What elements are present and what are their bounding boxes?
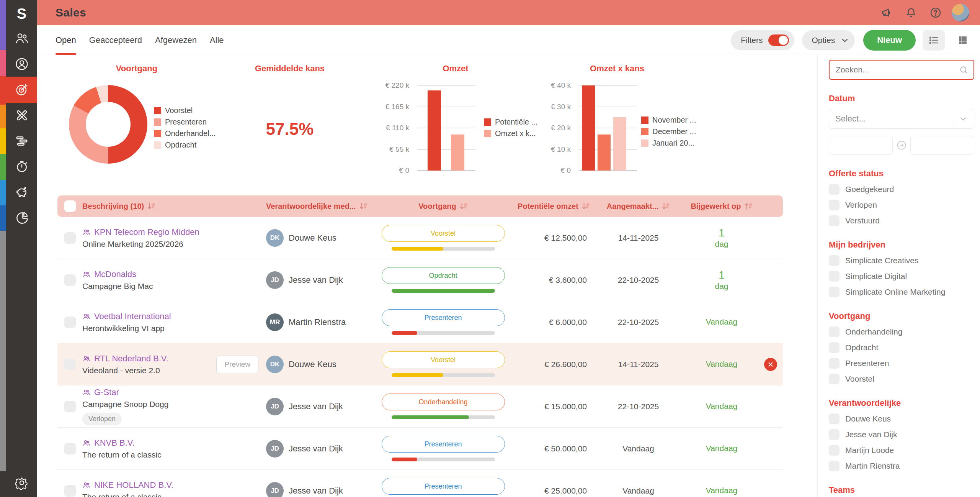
status-pill[interactable]: Opdracht xyxy=(382,267,505,284)
description-text: G-StarCampagne Snoop DoggVerlopen xyxy=(82,387,168,425)
filters-toggle-switch[interactable] xyxy=(768,34,789,46)
column-header-potenti-le-omzet[interactable]: Potentiële omzet xyxy=(509,202,591,211)
filter-item-presenteren[interactable]: Presenteren xyxy=(829,358,974,369)
progress-fill xyxy=(392,415,469,419)
company-link[interactable]: RTL Nederland B.V. xyxy=(94,354,168,364)
company-link[interactable]: NIKE HOLLAND B.V. xyxy=(94,480,173,490)
filter-item-jesse-van-dijk[interactable]: Jesse van Dijk xyxy=(829,429,974,440)
grid-view-button[interactable] xyxy=(952,30,974,51)
filter-checkbox-verstuurd[interactable] xyxy=(829,215,840,226)
table-row[interactable]: RTL Nederland B.V.Videoland - versie 2.0… xyxy=(57,343,783,385)
filter-checkbox-goedgekeurd[interactable] xyxy=(829,184,840,195)
column-header-beschrijving-10[interactable]: Beschrijving (10) xyxy=(82,202,266,211)
simplicate-logo[interactable]: S xyxy=(6,3,37,25)
filters-toggle-button[interactable]: Filters xyxy=(731,30,794,50)
filter-item-simplicate-creatives[interactable]: Simplicate Creatives xyxy=(829,255,974,266)
filter-checkbox-martin-rienstra[interactable] xyxy=(829,461,840,471)
settings-gear-icon[interactable] xyxy=(6,472,37,494)
status-pill[interactable]: Voorstel xyxy=(382,225,505,242)
filter-item-goedgekeurd[interactable]: Goedgekeurd xyxy=(829,184,974,195)
filter-checkbox-martijn-loode[interactable] xyxy=(829,445,840,456)
filter-checkbox-opdracht[interactable] xyxy=(829,342,840,353)
filter-checkbox-simplicate-online-marketing[interactable] xyxy=(829,287,840,297)
filter-checkbox-voorstel[interactable] xyxy=(829,374,840,384)
status-pill[interactable]: Presenteren xyxy=(382,309,505,326)
filter-checkbox-simplicate-creatives[interactable] xyxy=(829,255,840,266)
megaphone-icon[interactable] xyxy=(874,5,899,20)
filter-item-simplicate-online-marketing[interactable]: Simplicate Online Marketing xyxy=(829,287,974,297)
filter-item-onderhandeling[interactable]: Onderhandeling xyxy=(829,326,974,337)
column-header-verantwoordelijke-med[interactable]: Verantwoordelijke med... xyxy=(266,202,377,211)
created-cell: 14-11-2025 xyxy=(591,360,685,369)
table-row[interactable]: KNVB B.V.The return of a classicJDJesse … xyxy=(57,428,783,470)
sidebar-item-crm[interactable] xyxy=(6,28,37,49)
company-link[interactable]: McDonalds xyxy=(94,269,136,279)
column-header-voortgang[interactable]: Voortgang xyxy=(377,202,509,211)
filter-item-opdracht[interactable]: Opdracht xyxy=(829,342,974,353)
sidebar-item-sales[interactable] xyxy=(6,79,37,100)
sidebar-item-insights[interactable] xyxy=(6,207,37,228)
date-select[interactable]: Select... xyxy=(829,109,974,129)
status-pill[interactable]: Voorstel xyxy=(382,351,505,368)
row-checkbox[interactable] xyxy=(64,359,76,370)
user-avatar[interactable] xyxy=(952,4,969,21)
status-pill[interactable]: Presenteren xyxy=(382,478,505,495)
filter-item-martijn-loode[interactable]: Martijn Loode xyxy=(829,445,974,456)
table-row[interactable]: KPN Telecom Regio MiddenOnline Marketing… xyxy=(57,217,783,259)
column-header-bijgewerkt-op[interactable]: Bijgewerkt op xyxy=(685,202,758,211)
sidebar-item-invoicing[interactable] xyxy=(6,181,37,203)
row-checkbox[interactable] xyxy=(64,274,76,286)
table-row[interactable]: G-StarCampagne Snoop DoggVerlopenJDJesse… xyxy=(57,385,783,428)
filter-item-martin-rienstra[interactable]: Martin Rienstra xyxy=(829,461,974,471)
search-input[interactable] xyxy=(829,60,974,80)
filter-heading-offerte-status: Offerte status xyxy=(829,169,974,179)
date-from-input[interactable] xyxy=(829,136,893,155)
filter-item-verstuurd[interactable]: Verstuurd xyxy=(829,215,974,226)
close-icon[interactable] xyxy=(764,358,777,371)
status-pill[interactable]: Onderhandeling xyxy=(382,394,505,410)
row-checkbox[interactable] xyxy=(64,485,76,497)
grid-view-icon xyxy=(957,35,968,46)
filter-checkbox-onderhandeling[interactable] xyxy=(829,326,840,337)
sidebar-item-planning[interactable] xyxy=(6,130,37,152)
sidebar-item-hours[interactable] xyxy=(6,156,37,177)
tab-afgewezen[interactable]: Afgewezen xyxy=(155,25,197,55)
filter-checkbox-douwe-keus[interactable] xyxy=(829,413,840,424)
company-link[interactable]: KNVB B.V. xyxy=(94,438,135,448)
list-view-button[interactable] xyxy=(923,30,945,51)
row-checkbox[interactable] xyxy=(64,317,76,328)
filter-item-verlopen[interactable]: Verlopen xyxy=(829,200,974,210)
row-checkbox[interactable] xyxy=(64,232,76,244)
select-all-checkbox[interactable] xyxy=(64,200,76,212)
tab-open[interactable]: Open xyxy=(56,25,76,55)
filter-checkbox-verlopen[interactable] xyxy=(829,200,840,210)
tab-alle[interactable]: Alle xyxy=(210,25,224,55)
filter-checkbox-jesse-van-dijk[interactable] xyxy=(829,429,840,440)
company-link[interactable]: KPN Telecom Regio Midden xyxy=(94,227,199,237)
table-row[interactable]: NIKE HOLLAND B.V.The return of a classic… xyxy=(57,470,783,497)
options-dropdown-button[interactable]: Opties xyxy=(802,30,855,50)
company-link[interactable]: G-Star xyxy=(94,387,119,397)
row-checkbox[interactable] xyxy=(64,443,76,454)
sidebar-item-projects[interactable] xyxy=(6,105,37,126)
sidebar-item-hrm[interactable] xyxy=(6,53,37,75)
company-link[interactable]: Voetbal International xyxy=(94,312,171,321)
company-line: G-Star xyxy=(82,387,168,397)
filter-checkbox-presenteren[interactable] xyxy=(829,358,840,369)
filter-item-voorstel[interactable]: Voorstel xyxy=(829,374,974,384)
preview-button[interactable]: Preview xyxy=(216,356,258,373)
filter-item-simplicate-digital[interactable]: Simplicate Digital xyxy=(829,271,974,282)
progress-track xyxy=(392,415,495,419)
filter-item-douwe-keus[interactable]: Douwe Keus xyxy=(829,413,974,424)
bell-icon[interactable] xyxy=(899,5,923,20)
filter-checkbox-simplicate-digital[interactable] xyxy=(829,271,840,282)
row-checkbox[interactable] xyxy=(64,401,76,412)
date-to-input[interactable] xyxy=(910,136,974,155)
table-row[interactable]: Voetbal InternationalHerontwikkeling VI … xyxy=(57,301,783,343)
table-row[interactable]: McDonaldsCampagne Big MacJDJesse van Dij… xyxy=(57,259,783,301)
status-pill[interactable]: Presenteren xyxy=(382,436,505,453)
column-header-aangemaakt[interactable]: Aangemaakt... xyxy=(591,202,685,211)
new-button[interactable]: Nieuw xyxy=(863,30,916,51)
tab-geaccepteerd[interactable]: Geaccepteerd xyxy=(89,25,142,55)
help-icon[interactable] xyxy=(923,5,948,20)
